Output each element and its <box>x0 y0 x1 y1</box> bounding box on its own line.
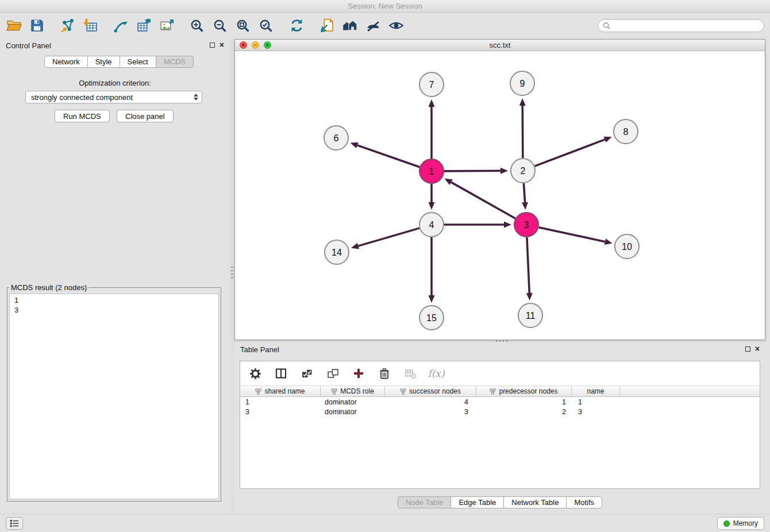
graph-edge-1-2[interactable] <box>444 171 500 171</box>
show-columns-button[interactable] <box>274 367 288 380</box>
close-panel-button[interactable]: Close panel <box>117 110 174 122</box>
float-panel-icon[interactable] <box>210 43 215 48</box>
select-all-button[interactable] <box>300 367 314 380</box>
refresh-button[interactable] <box>285 16 308 36</box>
search-field[interactable] <box>598 19 764 32</box>
add-column-button[interactable] <box>352 367 365 380</box>
tab-mcds[interactable]: MCDS <box>156 56 194 68</box>
zoom-fit-button[interactable] <box>232 16 255 36</box>
tab-network-table[interactable]: Network Table <box>503 496 567 508</box>
deselect-all-button[interactable] <box>326 367 340 380</box>
graph-edge-1-6[interactable] <box>357 145 419 167</box>
window-close-button[interactable]: × <box>240 41 247 49</box>
column-label: name <box>587 387 604 395</box>
export-table-button[interactable] <box>132 16 155 36</box>
window-title: Session: New Session <box>348 2 422 10</box>
plus-icon <box>353 368 364 379</box>
column-type-icon <box>490 388 496 395</box>
table-cell[interactable]: 1 <box>476 397 572 407</box>
vertical-splitter[interactable] <box>230 38 234 514</box>
close-table-panel-icon[interactable]: × <box>755 345 760 352</box>
table-cell[interactable]: 3 <box>385 407 476 417</box>
window-minimize-button[interactable]: − <box>252 41 259 49</box>
import-network-button[interactable] <box>56 16 79 36</box>
column-label: predecessor nodes <box>499 387 557 395</box>
clone-network-button[interactable] <box>315 16 338 36</box>
table-row[interactable]: 3 dominator 3 2 3 <box>240 407 760 417</box>
new-network-button[interactable] <box>109 16 132 36</box>
graph-edge-2-8[interactable] <box>535 140 605 166</box>
memory-button[interactable]: Memory <box>717 517 764 530</box>
float-table-panel-icon[interactable] <box>745 346 750 352</box>
graph-arrowhead <box>504 222 511 228</box>
function-builder-button[interactable]: f(x) <box>429 367 443 380</box>
zoom-out-icon <box>213 18 228 33</box>
zoom-in-button[interactable] <box>186 16 209 36</box>
mcds-result-list[interactable]: 1 3 <box>9 294 219 499</box>
table-cell[interactable]: 3 <box>572 407 620 417</box>
column-header-successor-nodes[interactable]: successor nodes <box>385 386 476 396</box>
network-window-title: scc.txt <box>490 41 511 49</box>
column-header-predecessor-nodes[interactable]: predecessor nodes <box>476 386 572 396</box>
fx-icon: f(x) <box>428 368 444 379</box>
search-input[interactable] <box>611 21 759 30</box>
home-button[interactable] <box>338 16 361 36</box>
window-zoom-button[interactable]: + <box>264 41 271 49</box>
mcds-result-group: MCDS result (2 nodes) 1 3 <box>7 283 221 502</box>
mcds-result-title: MCDS result (2 nodes) <box>9 283 88 292</box>
clone-network-icon <box>319 18 335 33</box>
table-settings-button[interactable] <box>248 367 262 380</box>
eye-button[interactable] <box>384 16 407 36</box>
table-cell[interactable]: 1 <box>240 397 321 407</box>
tab-motifs[interactable]: Motifs <box>566 496 602 508</box>
home-icon <box>342 18 358 34</box>
tab-node-table[interactable]: Node Table <box>398 496 452 508</box>
graph-edge-3-11[interactable] <box>527 237 529 293</box>
tab-style[interactable]: Style <box>87 56 120 68</box>
graph-edge-2-3[interactable] <box>523 183 525 202</box>
destroy-table-button[interactable] <box>403 367 417 380</box>
table-cell[interactable]: dominator <box>321 407 385 417</box>
tab-select[interactable]: Select <box>120 56 156 68</box>
zoom-selected-button[interactable] <box>255 16 278 36</box>
tab-edge-table[interactable]: Edge Table <box>451 496 504 508</box>
graph-edge-3-1[interactable] <box>451 182 515 218</box>
graph-arrowhead <box>429 295 435 303</box>
zoom-out-button[interactable] <box>209 16 232 36</box>
table-cell[interactable]: 4 <box>385 397 476 407</box>
column-header-name[interactable]: name <box>572 386 620 396</box>
gear-icon <box>249 368 261 380</box>
table-row[interactable]: 1 dominator 4 1 1 <box>240 397 760 407</box>
table-header-row: shared name MCDS role <box>240 385 760 397</box>
table-cell[interactable]: 2 <box>476 407 572 417</box>
graph-edge-4-14[interactable] <box>358 228 419 246</box>
graph-edge-3-10[interactable] <box>538 228 605 242</box>
table-toolbar: f(x) <box>240 361 760 385</box>
export-image-button[interactable] <box>155 16 178 36</box>
open-file-button[interactable] <box>2 16 25 36</box>
network-window-titlebar[interactable]: × − + scc.txt <box>235 40 765 51</box>
table-cell[interactable]: dominator <box>321 397 385 407</box>
column-header-shared-name[interactable]: shared name <box>240 386 321 396</box>
table-cell[interactable]: 1 <box>572 397 620 407</box>
export-image-icon <box>159 18 175 33</box>
graph-node-label-1: 1 <box>429 167 434 176</box>
delete-column-button[interactable] <box>378 367 391 380</box>
save-session-button[interactable] <box>25 16 48 36</box>
criterion-select[interactable]: strongly connected component <box>25 91 202 103</box>
tab-network[interactable]: Network <box>44 56 88 68</box>
table-cell[interactable]: 3 <box>240 407 321 417</box>
network-canvas[interactable]: 1234678910111415 <box>235 51 765 340</box>
close-panel-icon[interactable]: × <box>220 41 224 48</box>
destroy-table-icon <box>405 368 417 380</box>
control-panel-tabs: Network Style Select MCDS <box>44 56 194 68</box>
import-network-icon <box>60 18 75 33</box>
main-toolbar <box>0 13 770 38</box>
task-history-button[interactable] <box>6 517 23 530</box>
table-panel-tabs: Node Table Edge Table Network Table Moti… <box>234 496 765 508</box>
graph-edge-2-9[interactable] <box>522 106 523 158</box>
birdseye-button[interactable] <box>361 16 384 36</box>
run-mcds-button[interactable]: Run MCDS <box>55 110 110 122</box>
import-table-button[interactable] <box>79 16 102 36</box>
column-header-mcds-role[interactable]: MCDS role <box>321 386 385 396</box>
